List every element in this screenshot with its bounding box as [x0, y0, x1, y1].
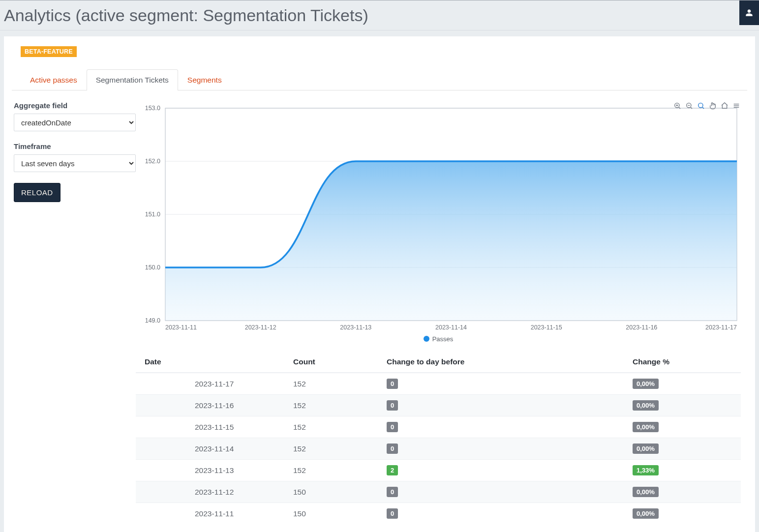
- chart-area: 149.0150.0151.0152.0153.02023-11-112023-…: [136, 103, 741, 343]
- cell-change: 0: [382, 481, 628, 503]
- cell-count: 150: [288, 481, 382, 503]
- cell-change: 2: [382, 460, 628, 481]
- cell-date: 2023-11-17: [136, 373, 288, 395]
- tab-segments[interactable]: Segments: [178, 69, 231, 90]
- pct-chip: 0,00%: [633, 379, 659, 389]
- cell-change: 0: [382, 438, 628, 460]
- table-row: 2023-11-1515200,00%: [136, 416, 741, 438]
- timeframe-select[interactable]: Last seven days: [14, 154, 136, 172]
- page-title: Analytics (active segment: Segmentation …: [4, 6, 368, 25]
- cell-date: 2023-11-11: [136, 503, 288, 525]
- tab-segmentation-tickets[interactable]: Segmentation Tickets: [87, 69, 178, 90]
- svg-text:151.0: 151.0: [145, 211, 160, 218]
- home-icon[interactable]: [720, 101, 729, 110]
- legend-marker-icon: [424, 336, 429, 342]
- timeframe-label: Timeframe: [14, 142, 136, 150]
- aggregate-field-label: Aggregate field: [14, 101, 136, 110]
- table-row: 2023-11-1615200,00%: [136, 395, 741, 416]
- svg-text:2023-11-15: 2023-11-15: [531, 324, 562, 331]
- chart-column: 149.0150.0151.0152.0153.02023-11-112023-…: [136, 101, 748, 524]
- cell-count: 152: [288, 438, 382, 460]
- svg-text:150.0: 150.0: [145, 264, 160, 271]
- user-menu-button[interactable]: [739, 0, 759, 25]
- cell-date: 2023-11-15: [136, 416, 288, 438]
- user-icon: [745, 9, 753, 17]
- svg-text:149.0: 149.0: [145, 317, 160, 324]
- svg-text:2023-11-11: 2023-11-11: [165, 324, 197, 331]
- cell-date: 2023-11-12: [136, 481, 288, 503]
- cell-count: 152: [288, 395, 382, 416]
- change-chip: 0: [387, 443, 398, 454]
- aggregate-field-select[interactable]: createdOnDate: [14, 114, 136, 131]
- tab-active-passes[interactable]: Active passes: [21, 69, 87, 90]
- svg-text:2023-11-17: 2023-11-17: [705, 324, 737, 331]
- main-card: BETA-FEATURE Active passesSegmentation T…: [4, 36, 755, 532]
- passes-chart[interactable]: 149.0150.0151.0152.0153.02023-11-112023-…: [136, 103, 741, 334]
- tabs: Active passesSegmentation TicketsSegment…: [12, 69, 747, 90]
- filter-sidebar: Aggregate field createdOnDate Timeframe …: [12, 101, 136, 524]
- cell-pct: 0,00%: [628, 503, 741, 525]
- svg-line-6: [691, 107, 692, 109]
- table-header: Change to day before: [382, 352, 628, 373]
- svg-line-8: [702, 107, 704, 109]
- pan-icon[interactable]: [708, 101, 717, 110]
- cell-count: 152: [288, 416, 382, 438]
- cell-count: 152: [288, 373, 382, 395]
- data-table: DateCountChange to day beforeChange % 20…: [136, 352, 741, 524]
- zoom-in-icon[interactable]: [673, 101, 682, 110]
- change-chip: 0: [387, 487, 398, 497]
- table-row: 2023-11-1715200,00%: [136, 373, 741, 395]
- cell-change: 0: [382, 416, 628, 438]
- pct-chip: 0,00%: [633, 422, 659, 432]
- svg-line-3: [679, 107, 680, 109]
- svg-text:2023-11-12: 2023-11-12: [245, 324, 276, 331]
- cell-pct: 0,00%: [628, 395, 741, 416]
- table-header: Date: [136, 352, 288, 373]
- change-chip: 0: [387, 422, 398, 432]
- cell-pct: 0,00%: [628, 373, 741, 395]
- change-chip: 0: [387, 379, 398, 389]
- pct-chip: 0,00%: [633, 443, 659, 454]
- zoom-out-icon[interactable]: [685, 101, 694, 110]
- change-chip: 2: [387, 465, 398, 475]
- change-chip: 0: [387, 508, 398, 519]
- cell-date: 2023-11-13: [136, 460, 288, 481]
- cell-pct: 0,00%: [628, 416, 741, 438]
- svg-text:153.0: 153.0: [145, 105, 160, 112]
- svg-point-7: [698, 103, 703, 108]
- table-header: Count: [288, 352, 382, 373]
- change-chip: 0: [387, 400, 398, 411]
- table-row: 2023-11-1415200,00%: [136, 438, 741, 460]
- chart-toolbar: [673, 101, 741, 110]
- chart-legend: Passes: [136, 335, 741, 343]
- reload-button[interactable]: RELOAD: [14, 183, 61, 202]
- topbar: Analytics (active segment: Segmentation …: [0, 0, 759, 30]
- pct-chip: 0,00%: [633, 400, 659, 411]
- table-row: 2023-11-1215000,00%: [136, 481, 741, 503]
- svg-text:152.0: 152.0: [145, 158, 160, 165]
- cell-pct: 1,33%: [628, 460, 741, 481]
- cell-change: 0: [382, 373, 628, 395]
- selection-zoom-icon[interactable]: [697, 101, 705, 110]
- cell-date: 2023-11-14: [136, 438, 288, 460]
- cell-date: 2023-11-16: [136, 395, 288, 416]
- pct-chip: 1,33%: [633, 465, 659, 475]
- cell-count: 152: [288, 460, 382, 481]
- svg-text:2023-11-14: 2023-11-14: [435, 324, 467, 331]
- table-header: Change %: [628, 352, 741, 373]
- svg-text:2023-11-16: 2023-11-16: [626, 324, 657, 331]
- cell-pct: 0,00%: [628, 481, 741, 503]
- cell-change: 0: [382, 503, 628, 525]
- table-row: 2023-11-1115000,00%: [136, 503, 741, 525]
- cell-pct: 0,00%: [628, 438, 741, 460]
- cell-count: 150: [288, 503, 382, 525]
- legend-label: Passes: [432, 335, 454, 343]
- cell-change: 0: [382, 395, 628, 416]
- pct-chip: 0,00%: [633, 508, 659, 519]
- pct-chip: 0,00%: [633, 487, 659, 497]
- svg-text:2023-11-13: 2023-11-13: [340, 324, 371, 331]
- beta-badge: BETA-FEATURE: [21, 46, 77, 57]
- menu-icon[interactable]: [732, 101, 741, 110]
- table-row: 2023-11-1315221,33%: [136, 460, 741, 481]
